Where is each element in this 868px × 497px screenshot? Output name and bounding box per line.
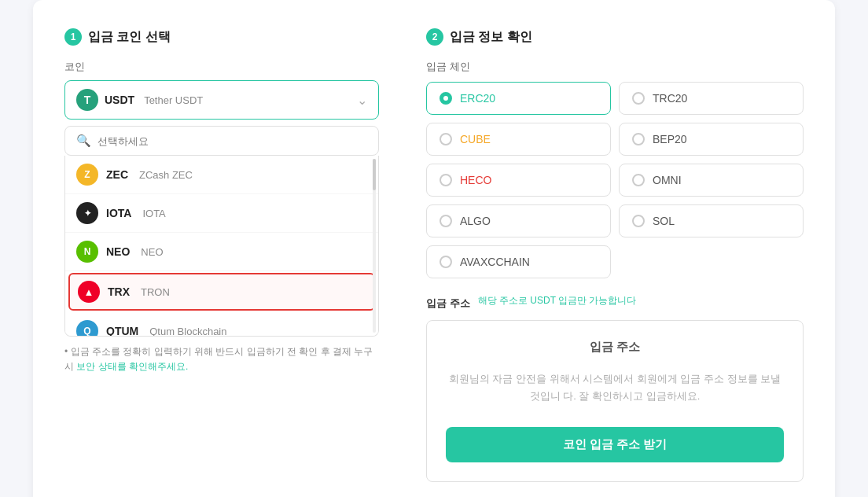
coin-symbol: TRX [108,285,130,298]
chain-item-omni[interactable]: OMNI [619,164,804,197]
get-address-button[interactable]: 코인 입금 주소 받기 [446,427,784,462]
list-item-trx[interactable]: ▲ TRX TRON [68,273,375,311]
selected-coin-left: T USDT Tether USDT [76,89,203,111]
chain-item-avaxcchain[interactable]: AVAXCCHAIN [426,245,611,278]
chain-label-cube: CUBE [460,133,491,145]
chain-label-bep20: BEP20 [653,133,687,145]
coin-icon-qtum: Q [76,320,98,337]
search-input[interactable] [97,135,367,147]
chain-label: 입금 체인 [426,60,804,74]
chain-label-erc20: ERC20 [460,92,495,105]
coin-symbol: NEO [106,245,130,258]
address-subtitle: 해당 주소로 USDT 입금만 가능합니다 [478,294,637,307]
step-badge-1: 1 [64,28,82,46]
scrollbar-thumb[interactable] [373,159,376,190]
main-container: 1 입금 코인 선택 코인 T USDT Tether USDT ⌄ 🔍 [33,0,835,497]
list-item[interactable]: N NEO NEO [65,233,378,271]
chain-item-algo[interactable]: ALGO [426,204,611,237]
left-section-title: 1 입금 코인 선택 [64,28,379,46]
scrollbar-track[interactable] [373,159,376,333]
right-section-title: 2 입금 정보 확인 [426,28,804,46]
chain-grid: ERC20 TRC20 CUBE BEP20 HECO [426,82,804,278]
coin-icon-trx: ▲ [78,281,100,303]
coin-fullname: ZCash ZEC [139,169,193,181]
chain-item-trc20[interactable]: TRC20 [619,82,804,115]
chain-item-cube[interactable]: CUBE [426,123,611,156]
chain-item-sol[interactable]: SOL [619,204,804,237]
address-box: 입금 주소 회원님의 자금 안전을 위해서 시스템에서 회원에게 입금 주소 정… [426,320,804,482]
right-panel: 2 입금 정보 확인 입금 체인 ERC20 TRC20 CUBE [426,28,804,482]
chain-radio-heco [440,174,452,186]
chain-radio-bep20 [632,133,645,145]
coin-icon-iota: ✦ [76,202,98,224]
search-icon: 🔍 [76,134,91,148]
selected-coin-icon: T [76,89,98,111]
coin-list: Z ZEC ZCash ZEC ✦ IOTA IOTA N NEO NEO [64,156,379,337]
chain-label-sol: SOL [653,215,675,227]
chain-radio-avaxcchain [440,256,452,268]
chain-item-heco[interactable]: HECO [426,164,611,197]
right-title: 입금 정보 확인 [450,29,532,46]
coin-symbol: QTUM [106,325,138,337]
list-item[interactable]: Z ZEC ZCash ZEC [65,156,378,194]
chain-label-heco: HECO [460,174,491,186]
notice-text: • 입금 주소를 정확히 입력하기 위해 반드시 입금하기 전 확인 후 결제 … [64,344,379,374]
coin-icon-zec: Z [76,164,98,186]
coin-symbol: IOTA [106,207,131,219]
chain-label-avaxcchain: AVAXCCHAIN [460,256,530,268]
coin-select-dropdown[interactable]: T USDT Tether USDT ⌄ [64,80,379,120]
chain-label-trc20: TRC20 [653,92,687,105]
chain-radio-erc20 [440,92,452,105]
list-item[interactable]: ✦ IOTA IOTA [65,194,378,233]
coin-fullname: NEO [141,246,163,258]
coin-fullname: TRON [141,286,170,298]
step-badge-2: 2 [426,28,443,46]
address-section-title: 입금 주소 [426,296,470,311]
chain-radio-cube [440,133,452,145]
coin-icon-neo: N [76,241,98,263]
chevron-down-icon: ⌄ [357,93,367,108]
address-box-desc: 회원님의 자금 안전을 위해서 시스템에서 회원에게 입금 주소 정보를 보낼 … [446,370,784,405]
chain-label-omni: OMNI [653,174,682,186]
chain-radio-algo [440,215,452,227]
chain-item-erc20[interactable]: ERC20 [426,82,611,115]
selected-coin-symbol: USDT [105,94,134,106]
chain-label-algo: ALGO [460,215,491,227]
coin-field-label: 코인 [64,60,379,74]
coin-search-box[interactable]: 🔍 [64,126,379,156]
selected-coin-name: Tether USDT [144,94,203,106]
address-box-title: 입금 주소 [590,340,640,355]
chain-radio-trc20 [632,92,645,105]
left-panel: 1 입금 코인 선택 코인 T USDT Tether USDT ⌄ 🔍 [64,28,379,482]
notice-link[interactable]: 보안 상태를 확인해주세요. [76,361,188,372]
coin-fullname: Qtum Blockchain [149,326,226,337]
list-item[interactable]: Q QTUM Qtum Blockchain [65,312,378,337]
coin-fullname: IOTA [142,208,165,219]
coin-symbol: ZEC [106,168,128,181]
chain-radio-sol [632,215,645,227]
left-title: 입금 코인 선택 [88,29,171,46]
chain-radio-omni [632,174,645,186]
chain-item-bep20[interactable]: BEP20 [619,123,804,156]
